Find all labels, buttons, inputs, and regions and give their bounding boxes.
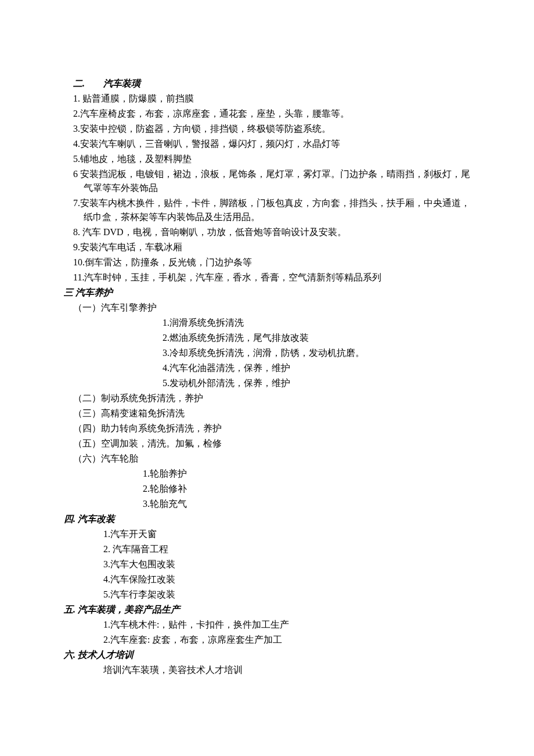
section-2-item: 9.安装汽车电话，车载冰厢 xyxy=(73,240,470,254)
section-3-sub-1-item: 2.燃油系统免拆清洗，尾气排放改装 xyxy=(163,331,470,345)
section-3-sub-1-item: 1.润滑系统免拆清洗 xyxy=(163,316,470,330)
section-2-item: 10.倒车雷达，防撞条，反光镜，门边护条等 xyxy=(73,255,470,269)
section-2-item: 5.铺地皮，地毯，及塑料脚垫 xyxy=(73,152,470,166)
section-2-item: 11.汽车时钟，玉挂，手机架，汽车座，香水，香膏，空气清新剂等精品系列 xyxy=(73,271,470,285)
section-2-item: 7.安装车内桃木换件，贴件，卡件，脚踏板，门板包真皮，方向套，排挡头，扶手厢，中… xyxy=(84,196,470,224)
section-6-heading: 六. 技术人才培训 xyxy=(64,648,470,662)
section-4-item: 1.汽车开天窗 xyxy=(103,527,470,541)
section-4-heading: 四. 汽车改装 xyxy=(64,512,470,526)
section-5-item: 1.汽车桃木件:，贴件，卡扣件，换件加工生产 xyxy=(103,618,470,632)
section-3-sub-3: （三）高精变速箱免拆清洗 xyxy=(73,406,470,420)
section-3-heading: 三 汽车养护 xyxy=(64,286,470,300)
section-3-sub-6-item: 2.轮胎修补 xyxy=(143,482,470,496)
section-3-sub-4: （四）助力转向系统免拆清洗，养护 xyxy=(73,422,470,435)
section-4-item: 5.汽车行李架改装 xyxy=(103,588,470,602)
section-2-item: 1. 贴普通膜，防爆膜，前挡膜 xyxy=(73,92,470,106)
section-3-sub-1-item: 4.汽车化油器清洗，保养，维护 xyxy=(163,361,470,375)
section-4-item: 3.汽车大包围改装 xyxy=(103,557,470,571)
section-2-heading: 二. 汽车装璜 xyxy=(73,77,470,91)
section-4-item: 4.汽车保险扛改装 xyxy=(103,573,470,586)
section-3-sub-6-item: 1.轮胎养护 xyxy=(143,467,470,481)
section-3-sub-1-title: （一）汽车引擎养护 xyxy=(73,301,470,315)
section-4-item: 2. 汽车隔音工程 xyxy=(103,542,470,556)
section-6-body: 培训汽车装璜，美容技术人才培训 xyxy=(103,663,470,677)
section-2-item: 8. 汽车 DVD，电视，音响喇叭，功放，低音炮等音响设计及安装。 xyxy=(73,225,470,239)
section-3-sub-1-item: 3.冷却系统免拆清洗，润滑，防锈，发动机抗磨。 xyxy=(163,346,470,360)
section-2-item: 2.汽车座椅皮套，布套，凉席座套，通花套，座垫，头靠，腰靠等。 xyxy=(73,107,470,121)
section-5-item: 2.汽车座套: 皮套，布套，凉席座套生产加工 xyxy=(103,633,470,647)
section-3-sub-2: （二）制动系统免拆清洗，养护 xyxy=(73,391,470,405)
section-2-item: 6 安装挡泥板，电镀钼，裙边，浪板，尾饰条，尾灯罩，雾灯罩。门边护条，晴雨挡，刹… xyxy=(84,167,470,195)
section-3-sub-1-item: 5.发动机外部清洗，保养，维护 xyxy=(163,376,470,390)
section-3-sub-6-item: 3.轮胎充气 xyxy=(143,497,470,511)
section-3-sub-5: （五）空调加装，清洗。加氟，检修 xyxy=(73,437,470,451)
section-5-heading: 五. 汽车装璜，美容产品生产 xyxy=(64,603,470,617)
section-2-item: 4.安装汽车喇叭，三音喇叭，警报器，爆闪灯，频闪灯，水晶灯等 xyxy=(73,137,470,151)
section-3-sub-6-title: （六）汽车轮胎 xyxy=(73,452,470,466)
section-2-item: 3.安装中控锁，防盗器，方向锁，排挡锁，终极锁等防盗系统。 xyxy=(73,122,470,136)
